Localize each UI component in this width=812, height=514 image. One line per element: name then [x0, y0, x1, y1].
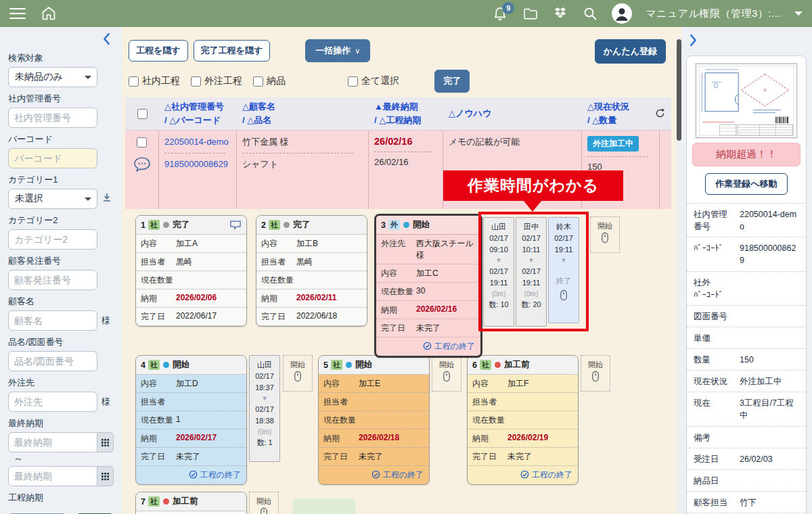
card-field-value: 2026/02/11: [296, 293, 362, 304]
card-field-label: 内容: [141, 238, 176, 250]
refresh-icon[interactable]: [660, 97, 671, 130]
card-field-row: 担当者黒崎: [256, 253, 367, 271]
card-field-value: 2026/02/17: [176, 433, 242, 444]
start-process-button[interactable]: 開始: [581, 355, 610, 392]
card-comment-icon[interactable]: [229, 220, 242, 230]
process-card[interactable]: 1社完了内容加工A担当者黒崎現在数量納期2026/02/06完了日2022/06…: [135, 215, 247, 327]
card-field-row: 納期2026/02/11: [256, 289, 367, 308]
avatar[interactable]: [612, 3, 632, 24]
panel-field-row: 単価: [687, 327, 806, 349]
arrow-down-icon: ▼: [484, 256, 514, 265]
search-icon[interactable]: [582, 5, 598, 22]
subcontractor-input[interactable]: [8, 392, 97, 412]
easy-register-button[interactable]: かんたん登録: [595, 39, 666, 64]
complete-button[interactable]: 完了: [434, 70, 470, 93]
calendar-icon[interactable]: [97, 432, 114, 452]
calendar-icon[interactable]: [97, 466, 114, 486]
process-card[interactable]: 4社開始内容加工D担当者現在数量1納期2026/02/17完了日未完了工程の終了: [135, 355, 247, 485]
work-log-card[interactable]: 田中02/1710:11▼02/1719:11(0m)数: 20: [516, 217, 547, 327]
card-field-label: 担当者: [141, 396, 176, 408]
card-field-label: 納期: [261, 293, 296, 304]
user-role-label[interactable]: マニュアル権限（管理3）:...: [646, 7, 781, 20]
col-header-due[interactable]: ▲最終納期/ △工程納期: [369, 97, 443, 130]
process-status-label: 開始: [173, 359, 189, 371]
work-log-card[interactable]: 鈴木02/1719:11▼終了: [548, 217, 579, 323]
end-process-link[interactable]: 工程の終了: [319, 466, 429, 484]
category1-select[interactable]: 未選択: [8, 189, 97, 209]
customer-name-input[interactable]: [8, 310, 97, 331]
card-field-label: 現在数量: [381, 286, 416, 298]
row-checkbox[interactable]: [137, 137, 147, 147]
goto-work-register-button[interactable]: 作業登録へ移動: [705, 173, 787, 195]
hide-completed-button[interactable]: 完了工程を隠す: [194, 40, 271, 62]
final-due-to-input[interactable]: [8, 466, 97, 486]
card-field-label: 納期: [381, 304, 416, 316]
item-name-input[interactable]: [8, 351, 97, 371]
process-card[interactable]: 7社加工前内容検査: [135, 492, 247, 514]
category2-label: カテゴリー2: [8, 214, 114, 227]
checkbox-select-all[interactable]: 全て選択: [348, 75, 399, 87]
process-type-badge: 社: [331, 360, 342, 370]
process-card[interactable]: 2社完了内容加工B担当者黒崎現在数量納期2026/02/11完了日2022/06…: [256, 215, 367, 327]
search-target-select[interactable]: 未納品のみ: [8, 67, 97, 87]
start-process-button[interactable]: 開始: [283, 355, 313, 392]
process-card[interactable]: 5社開始内容加工E担当者現在数量納期2026/02/18完了日未完了工程の終了: [318, 355, 430, 485]
panel-field-row: 図面番号: [687, 306, 806, 327]
customer-order-no-input[interactable]: [8, 270, 97, 290]
process-card[interactable]: 3外開始外注先西大阪スチール様内容加工C現在数量30納期2026/02/16完了…: [374, 214, 482, 358]
start-process-button[interactable]: 開始: [432, 355, 461, 392]
status-dot-icon: [163, 498, 169, 505]
hide-process-button[interactable]: 工程を隠す: [129, 40, 188, 62]
management-no-link[interactable]: 22050014-demo: [164, 136, 231, 148]
card-field-row: 内容加工E: [319, 375, 429, 393]
barcode-link[interactable]: 9185000008629: [164, 158, 231, 170]
work-log-card[interactable]: 山田02/1718:37▼02/1718:38(0m)数: 1: [249, 355, 280, 462]
panel-field-label: 受注日: [694, 453, 740, 465]
start-process-button[interactable]: 開始: [249, 492, 279, 514]
delivery-card-partial[interactable]: [293, 498, 355, 514]
main-scrollbar-thumb[interactable]: [677, 39, 681, 141]
checkbox-outsourced-process[interactable]: 外注工程: [191, 75, 242, 87]
end-time: 19:11: [516, 277, 546, 289]
card-field-row: 納期2026/02/16: [376, 301, 480, 319]
col-header-customer[interactable]: △顧客名/ △品名: [237, 97, 369, 130]
worker-name: 田中: [516, 221, 546, 233]
internal-no-input[interactable]: [8, 108, 97, 128]
barcode-input[interactable]: [8, 148, 97, 168]
col-header-knowhow[interactable]: △ノウハウ: [443, 97, 582, 130]
card-field-value: 未完了: [359, 451, 424, 463]
insert-below-icon[interactable]: [102, 192, 112, 206]
category1-label: カテゴリー1: [8, 174, 114, 186]
end-process-link[interactable]: 工程の終了: [468, 466, 578, 484]
mouse-click-icon[interactable]: [549, 289, 579, 304]
dropbox-icon[interactable]: [552, 5, 568, 22]
checkbox-delivery[interactable]: 納品: [253, 75, 286, 87]
card-field-value: [359, 415, 424, 426]
process-card[interactable]: 6社加工前内容加工F担当者現在数量納期2026/02/19完了日未完了工程の終了: [467, 355, 579, 485]
work-log-card[interactable]: 山田02/1709:10▼02/1719:11(0m)数: 10: [483, 217, 514, 327]
panel-field-row: 社外 ﾊﾞｰｺｰﾄﾞ: [687, 272, 806, 306]
col-header-status[interactable]: △現在状況/ △数量: [582, 97, 660, 130]
col-header-management-no[interactable]: △社内管理番号/ △バーコード: [159, 97, 237, 130]
final-due-from-input[interactable]: [8, 432, 97, 452]
folder-icon[interactable]: [522, 5, 539, 22]
menu-icon[interactable]: [9, 8, 26, 19]
home-icon[interactable]: [41, 5, 57, 22]
main-scrollbar[interactable]: [676, 37, 682, 514]
notifications-bell-icon[interactable]: 9: [491, 5, 509, 22]
collapse-detail-icon[interactable]: [689, 34, 698, 49]
category2-input[interactable]: [8, 229, 97, 250]
end-process-link[interactable]: 工程の終了: [376, 337, 480, 356]
collapse-sidebar-icon[interactable]: [102, 32, 111, 48]
select-all-rows-checkbox[interactable]: [137, 109, 148, 119]
final-due-label: 最終納期: [8, 417, 114, 429]
end-process-link[interactable]: 工程の終了: [136, 466, 246, 484]
technical-drawing-thumbnail[interactable]: [695, 63, 798, 139]
comment-bubble-icon[interactable]: [133, 156, 152, 176]
user-menu-caret-icon[interactable]: [794, 11, 803, 20]
card-field-label: 担当者: [141, 256, 176, 268]
bulk-action-button[interactable]: 一括操作∨: [305, 39, 370, 62]
start-process-button[interactable]: 開始: [590, 216, 620, 253]
start-date: 02/17: [516, 233, 546, 244]
checkbox-internal-process[interactable]: 社内工程: [129, 75, 180, 87]
